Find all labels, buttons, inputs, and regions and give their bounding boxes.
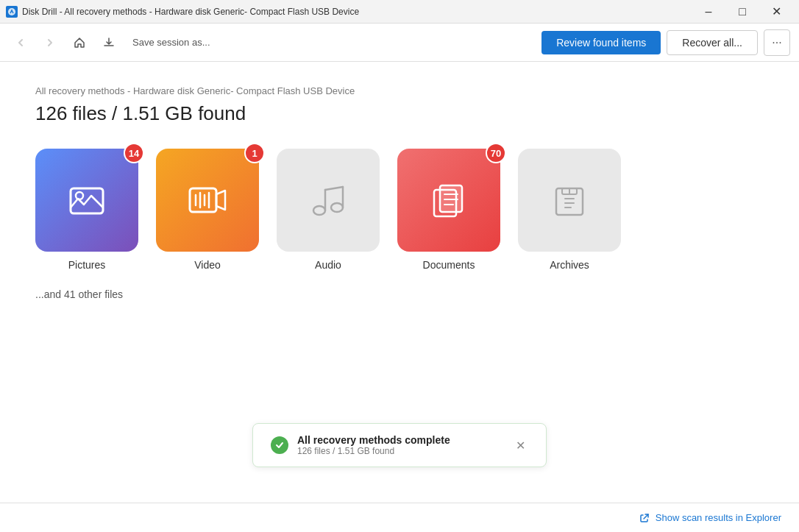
footer-link-label: Show scan results in Explorer	[656, 512, 781, 523]
show-scan-results-link[interactable]: Show scan results in Explorer	[639, 512, 781, 523]
main-content: All recovery methods - Hardware disk Gen…	[0, 62, 799, 503]
more-icon: ···	[772, 36, 781, 49]
footer-bar: Show scan results in Explorer	[0, 503, 799, 532]
breadcrumb: All recovery methods - Hardware disk Gen…	[35, 85, 764, 96]
app-icon	[6, 6, 18, 18]
notification-text: All recovery methods complete 126 files …	[297, 434, 504, 456]
audio-label: Audio	[315, 259, 341, 271]
category-archives[interactable]: Archives	[518, 149, 621, 271]
svg-point-8	[313, 206, 325, 215]
svg-point-9	[331, 203, 343, 212]
more-options-button[interactable]: ···	[764, 29, 790, 56]
minimize-button[interactable]: –	[692, 0, 725, 24]
category-grid: 14 Pictures 1	[35, 149, 764, 271]
notification-title: All recovery methods complete	[297, 434, 504, 446]
svg-line-12	[325, 187, 343, 190]
external-link-icon	[639, 513, 650, 523]
recover-all-button[interactable]: Recover all...	[667, 30, 758, 55]
back-button[interactable]	[9, 31, 32, 54]
completion-notification: All recovery methods complete 126 files …	[252, 423, 547, 467]
download-button[interactable]	[97, 31, 121, 54]
documents-badge: 70	[486, 143, 506, 163]
review-found-items-button[interactable]: Review found items	[541, 31, 661, 54]
home-button[interactable]	[68, 31, 91, 54]
window-title: Disk Drill - All recovery methods - Hard…	[22, 7, 692, 17]
svg-rect-3	[190, 188, 216, 212]
documents-label: Documents	[423, 259, 475, 271]
category-video[interactable]: 1 Video	[156, 149, 259, 271]
category-audio[interactable]: Audio	[277, 149, 380, 271]
page-title: 126 files / 1.51 GB found	[35, 102, 764, 125]
check-icon	[271, 436, 288, 454]
pictures-icon-wrap: 14	[35, 149, 138, 252]
archives-icon-wrap	[518, 149, 621, 252]
close-button[interactable]: ✕	[759, 0, 793, 24]
save-session-label: Save session as...	[132, 37, 210, 48]
category-documents[interactable]: 70 Documents	[397, 149, 500, 271]
archives-label: Archives	[550, 259, 589, 271]
maximize-button[interactable]: □	[725, 0, 759, 24]
notification-subtitle: 126 files / 1.51 GB found	[297, 446, 504, 456]
audio-icon-wrap	[277, 149, 380, 252]
svg-point-2	[76, 192, 83, 199]
title-bar: Disk Drill - All recovery methods - Hard…	[0, 0, 799, 24]
window-controls: – □ ✕	[692, 0, 793, 24]
other-files-text: ...and 41 other files	[35, 288, 764, 300]
documents-icon-wrap: 70	[397, 149, 500, 252]
video-label: Video	[194, 259, 221, 271]
notification-close-button[interactable]: ✕	[513, 436, 528, 455]
pictures-label: Pictures	[68, 259, 106, 271]
video-badge: 1	[244, 143, 265, 163]
pictures-badge: 14	[124, 143, 144, 163]
toolbar: Save session as... Review found items Re…	[0, 24, 799, 62]
svg-line-24	[644, 514, 648, 519]
category-pictures[interactable]: 14 Pictures	[35, 149, 138, 271]
video-icon-wrap: 1	[156, 149, 259, 252]
save-session-button[interactable]: Save session as...	[127, 32, 216, 52]
forward-button[interactable]	[38, 31, 62, 54]
